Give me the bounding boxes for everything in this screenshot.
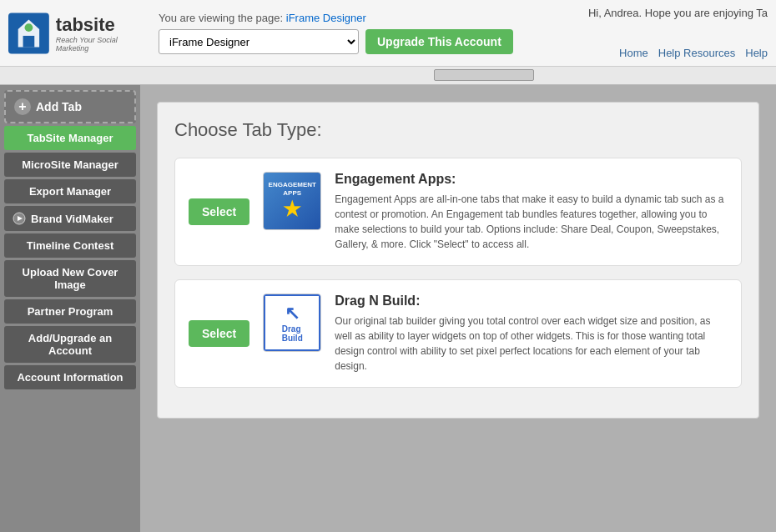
svg-rect-2 xyxy=(23,35,35,47)
plus-icon: + xyxy=(14,98,31,115)
account-info-button[interactable]: Account Information xyxy=(4,365,136,389)
upload-cover-button[interactable]: Upload New Cover Image xyxy=(4,260,136,297)
nav-home[interactable]: Home xyxy=(619,47,648,59)
dragnbuild-card: Select ↖ DragBuild Drag N Build: Our ori… xyxy=(174,279,742,388)
engagement-select-button[interactable]: Select xyxy=(189,198,249,225)
brand-vidmaker-button[interactable]: Brand VidMaker xyxy=(4,206,136,231)
brand-vidmaker-icon xyxy=(13,212,26,225)
dragbuild-icon-visual: ↖ DragBuild xyxy=(264,294,320,351)
ruler-scrollbar[interactable] xyxy=(434,69,534,81)
viewing-page-link[interactable]: iFrame Designer xyxy=(286,12,366,24)
dragnbuild-icon: ↖ DragBuild xyxy=(263,294,321,352)
tabsite-logo-icon xyxy=(8,13,49,54)
content-area: Choose Tab Type: Select ENGAGEMENTAPPS ★… xyxy=(140,85,776,532)
dragbuild-cursor-icon: ↖ xyxy=(285,303,300,324)
dragnbuild-card-description: Our original tab builder giving you tota… xyxy=(335,314,728,374)
engagement-card-description: Engagement Apps are all-in-one tabs that… xyxy=(335,192,728,252)
dragnbuild-card-content: Drag N Build: Our original tab builder g… xyxy=(335,294,728,374)
tabsite-manager-button[interactable]: TabSite Manager xyxy=(4,126,136,150)
svg-point-3 xyxy=(25,23,33,32)
upgrade-button[interactable]: Upgrade This Account xyxy=(365,29,513,54)
add-upgrade-button[interactable]: Add/Upgrade an Account xyxy=(4,326,136,363)
ruler xyxy=(0,67,776,85)
choose-panel: Choose Tab Type: Select ENGAGEMENTAPPS ★… xyxy=(157,102,759,419)
nav-help-resources[interactable]: Help Resources xyxy=(658,47,736,59)
timeline-contest-button[interactable]: Timeline Contest xyxy=(4,233,136,258)
logo-text: tabsite Reach Your Social Marketing xyxy=(56,14,150,53)
engagement-icon: ENGAGEMENTAPPS ★ xyxy=(263,172,321,230)
engagement-card-content: Engagement Apps: Engagement Apps are all… xyxy=(335,172,728,252)
engagement-star-icon: ★ xyxy=(283,198,301,221)
main-layout: + Add Tab TabSite Manager MicroSite Mana… xyxy=(0,85,776,532)
logo-area: tabsite Reach Your Social Marketing xyxy=(8,13,150,54)
header-greeting: Hi, Andrea. Hope you are enjoying Ta xyxy=(588,7,768,19)
logo-sub-text: Reach Your Social Marketing xyxy=(56,36,150,53)
nav-bar: Home Help Resources Help xyxy=(619,47,768,59)
nav-help[interactable]: Help xyxy=(745,47,768,59)
page-select-dropdown[interactable]: iFrame Designer xyxy=(159,29,359,54)
microsite-manager-button[interactable]: MicroSite Manager xyxy=(4,153,136,177)
engagement-apps-card: Select ENGAGEMENTAPPS ★ Engagement Apps:… xyxy=(174,158,742,266)
sidebar: + Add Tab TabSite Manager MicroSite Mana… xyxy=(0,85,140,532)
choose-title: Choose Tab Type: xyxy=(174,119,742,141)
export-manager-button[interactable]: Export Manager xyxy=(4,179,136,203)
dragnbuild-card-title: Drag N Build: xyxy=(335,294,728,309)
header: tabsite Reach Your Social Marketing You … xyxy=(0,0,776,67)
engagement-card-title: Engagement Apps: xyxy=(335,172,728,187)
logo-main-text: tabsite xyxy=(56,14,150,36)
partner-program-button[interactable]: Partner Program xyxy=(4,299,136,324)
dragnbuild-select-button[interactable]: Select xyxy=(189,320,249,347)
ruler-marks xyxy=(0,67,776,84)
add-tab-label: Add Tab xyxy=(36,100,82,113)
engagement-icon-visual: ENGAGEMENTAPPS ★ xyxy=(264,173,320,229)
viewing-prefix: You are viewing the page: xyxy=(159,12,283,24)
add-tab-button[interactable]: + Add Tab xyxy=(4,90,136,123)
